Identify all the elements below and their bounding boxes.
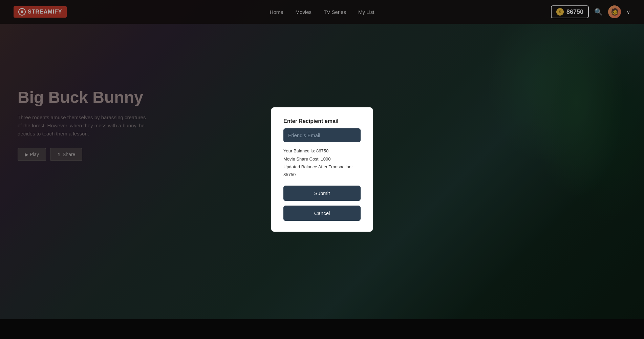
- share-modal: Enter Recipient email Your Balance is: 8…: [271, 107, 373, 232]
- submit-button[interactable]: Submit: [283, 186, 361, 201]
- updated-balance-info: Updated Balance After Transaction: 85750: [283, 163, 361, 179]
- recipient-email-input[interactable]: [283, 128, 361, 142]
- modal-title: Enter Recipient email: [283, 118, 361, 124]
- cost-info: Movie Share Cost: 1000: [283, 155, 361, 163]
- modal-overlay: Enter Recipient email Your Balance is: 8…: [0, 0, 644, 339]
- modal-info: Your Balance is: 86750 Movie Share Cost:…: [283, 147, 361, 179]
- cancel-button[interactable]: Cancel: [283, 206, 361, 221]
- balance-info: Your Balance is: 86750: [283, 147, 361, 155]
